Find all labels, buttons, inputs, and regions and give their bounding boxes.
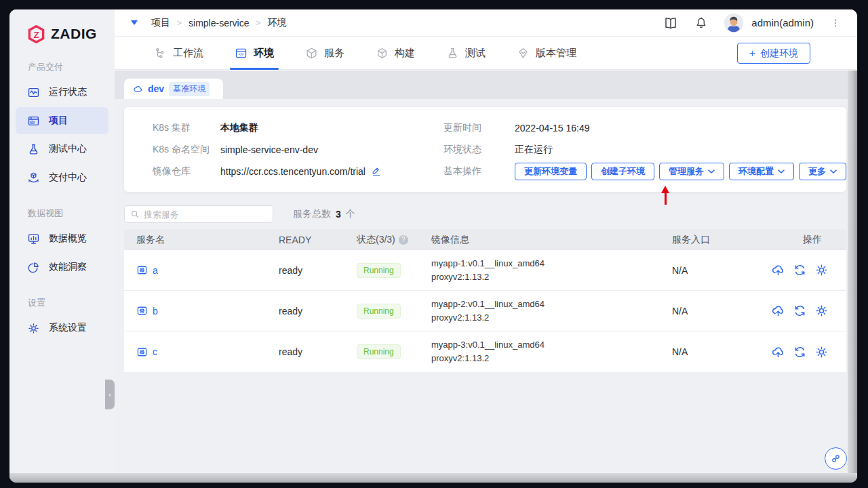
tab-environments[interactable]: 环境: [235, 37, 274, 69]
header-actions: 操作: [766, 234, 846, 246]
sidebar-item-efficiency-insight[interactable]: 效能洞察: [16, 253, 108, 281]
edit-pencil-icon[interactable]: [371, 166, 382, 177]
ready-value: ready: [275, 265, 353, 276]
tab-version-management[interactable]: 版本管理: [517, 37, 576, 69]
service-name: b: [153, 306, 158, 317]
service-box-icon: [136, 346, 148, 358]
more-dropdown[interactable]: 更多: [799, 163, 846, 180]
sidebar-section-product-delivery: 产品交付: [28, 61, 115, 73]
image-line: myapp-3:v0.1__linux_amd64: [431, 338, 668, 352]
info-row-namespace: K8s 命名空间 simple-service-env-dev: [153, 139, 443, 161]
chevron-left-icon: ‹: [108, 390, 111, 399]
service-entry: N/A: [668, 306, 766, 317]
environment-tab-dev[interactable]: dev 基准环境: [124, 79, 223, 99]
config-gear-icon[interactable]: [814, 345, 829, 359]
manage-services-dropdown[interactable]: 管理服务: [659, 163, 724, 180]
restart-icon[interactable]: [793, 263, 807, 277]
search-input[interactable]: [144, 209, 267, 220]
sidebar-item-test-center[interactable]: 测试中心: [16, 136, 108, 163]
chevron-down-icon: [778, 169, 785, 174]
tab-label: 版本管理: [536, 47, 576, 60]
tab-services[interactable]: 服务: [305, 37, 344, 69]
sidebar-item-label: 效能洞察: [49, 261, 87, 273]
tab-bar: 工作流 环境 服务 构建 测试 版本管理 +: [115, 37, 857, 70]
image-info: myapp-2:v0.1__linux_amd64 proxyv2:1.13.2: [427, 298, 668, 325]
tab-label: 工作流: [173, 47, 203, 60]
service-link[interactable]: b: [124, 305, 275, 317]
cloud-upload-icon[interactable]: [771, 345, 785, 359]
restart-icon[interactable]: [793, 304, 807, 318]
service-total-unit: 个: [346, 208, 355, 220]
restart-icon[interactable]: [793, 345, 807, 359]
table-header: 服务名 READY 状态(3/3) ? 镜像信息 服务入口 操作: [124, 229, 846, 250]
sidebar: ZADIG 产品交付 运行状态 项目 测试中心 交付中心 数据视图 数据概览 效…: [9, 9, 115, 473]
environment-config-dropdown[interactable]: 环境配置: [729, 163, 794, 180]
cloud-upload-icon[interactable]: [771, 263, 785, 277]
main-area: 项目 > simple-service > 环境 admin(admin) 工作…: [115, 9, 857, 483]
brand-name: ZADIG: [51, 26, 97, 42]
header-image-info: 镜像信息: [427, 234, 668, 246]
service-link[interactable]: a: [124, 264, 275, 276]
tab-label: 环境: [254, 47, 274, 60]
info-row-cluster: K8s 集群 本地集群: [153, 117, 443, 139]
share-link-button[interactable]: [825, 447, 847, 470]
services-cube-icon: [305, 47, 318, 60]
tab-label: 测试: [465, 47, 486, 60]
vertical-scrollbar[interactable]: [848, 70, 857, 473]
registry-url: https://ccr.ccs.tencentyun.com/trial: [220, 166, 366, 177]
row-actions: [766, 345, 846, 359]
tab-workflows[interactable]: 工作流: [154, 37, 203, 69]
config-gear-icon[interactable]: [814, 263, 829, 277]
service-box-icon: [136, 305, 148, 317]
row-actions: [766, 304, 846, 318]
cloud-upload-icon[interactable]: [771, 304, 785, 318]
plus-icon: +: [749, 48, 755, 59]
question-circle-icon[interactable]: ?: [399, 235, 408, 245]
image-line: proxyv2:1.13.2: [431, 311, 668, 325]
image-line: proxyv2:1.13.2: [431, 270, 668, 284]
table-row-service-b: b ready Running myapp-2:v0.1__linux_amd6…: [124, 291, 846, 331]
service-link[interactable]: c: [124, 346, 275, 358]
search-icon: [130, 209, 140, 219]
sidebar-item-system-settings[interactable]: 系统设置: [16, 314, 108, 342]
sidebar-collapse-handle[interactable]: ‹: [105, 380, 115, 409]
environment-name: dev: [148, 83, 164, 94]
sidebar-item-delivery-center[interactable]: 交付中心: [16, 164, 108, 191]
update-time-value: 2022-04-15 16:49: [515, 123, 590, 134]
tab-tests[interactable]: 测试: [446, 37, 486, 69]
kebab-menu-icon[interactable]: [830, 16, 841, 30]
service-name: c: [153, 346, 157, 357]
info-row-basic-actions: 基本操作 更新环境变量 创建子环境 管理服务 环境配置 更多: [443, 161, 846, 182]
tab-builds[interactable]: 构建: [376, 37, 415, 69]
breadcrumb-project-name[interactable]: simple-service: [189, 18, 249, 28]
env-status-value: 正在运行: [515, 144, 553, 156]
zadig-logo-icon: [27, 25, 45, 43]
info-row-registry: 镜像仓库 https://ccr.ccs.tencentyun.com/tria…: [153, 161, 443, 182]
sidebar-item-label: 运行状态: [49, 86, 87, 98]
sidebar-item-data-overview[interactable]: 数据概览: [16, 225, 108, 252]
breadcrumb-environment: 环境: [268, 17, 287, 29]
docs-book-icon[interactable]: [663, 16, 678, 30]
caret-down-icon[interactable]: [131, 20, 138, 25]
brand-logo[interactable]: ZADIG: [27, 23, 115, 45]
header-ready: READY: [275, 235, 353, 245]
basic-actions: 更新环境变量 创建子环境 管理服务 环境配置 更多: [515, 163, 846, 180]
info-label: 环境状态: [443, 144, 515, 156]
user-avatar[interactable]: [724, 14, 743, 33]
update-env-variables-button[interactable]: 更新环境变量: [515, 163, 587, 180]
service-entry: N/A: [668, 265, 766, 276]
user-name[interactable]: admin(admin): [751, 17, 814, 28]
status-badge: Running: [357, 263, 401, 278]
sidebar-section-settings: 设置: [28, 297, 115, 309]
create-sub-environment-button[interactable]: 创建子环境: [591, 163, 654, 180]
breadcrumb-projects[interactable]: 项目: [151, 17, 170, 29]
config-gear-icon[interactable]: [814, 304, 829, 318]
service-entry: N/A: [668, 346, 766, 357]
horizontal-scrollbar[interactable]: [9, 473, 857, 483]
create-environment-button[interactable]: + 创建环境: [737, 43, 810, 64]
environment-icon: [235, 47, 248, 60]
sidebar-item-projects[interactable]: 项目: [16, 107, 108, 134]
notifications-bell-icon[interactable]: [694, 16, 708, 30]
service-total-count: 3: [336, 209, 341, 220]
sidebar-item-run-status[interactable]: 运行状态: [16, 79, 108, 106]
